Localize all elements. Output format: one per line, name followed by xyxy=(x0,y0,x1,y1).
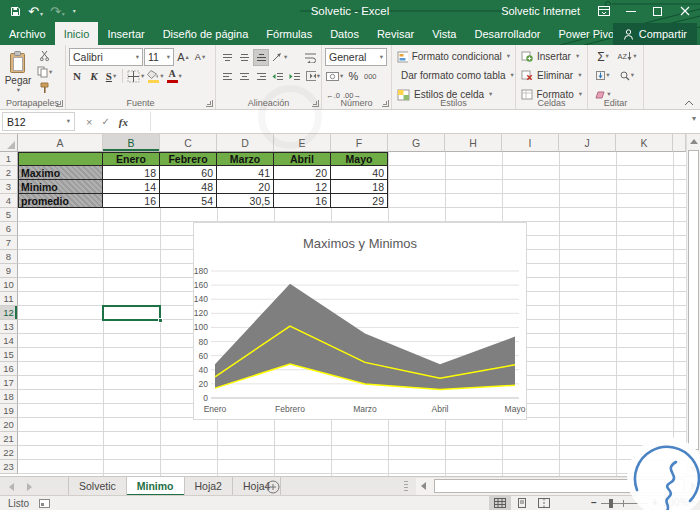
comma-style-button[interactable]: 000 xyxy=(362,68,378,85)
fill-color-button[interactable]: ▾ xyxy=(146,68,164,85)
row-header-11[interactable]: 11 xyxy=(0,292,18,306)
normal-view-button[interactable] xyxy=(489,496,511,510)
cell-value[interactable]: 20 xyxy=(274,166,331,180)
align-middle-button[interactable] xyxy=(236,49,252,66)
cell-month-header[interactable]: Mayo xyxy=(331,152,388,166)
cell-month-header[interactable]: Abril xyxy=(274,152,331,166)
align-top-button[interactable] xyxy=(219,49,235,66)
row-header-18[interactable]: 18 xyxy=(0,390,18,404)
cell-value[interactable]: 18 xyxy=(331,180,388,194)
delete-cells-button[interactable]: Eliminar▾ xyxy=(519,66,584,85)
vertical-scrollbar-thumb[interactable] xyxy=(688,150,699,450)
decrease-indent-button[interactable] xyxy=(270,68,286,85)
horizontal-scrollbar-thumb[interactable] xyxy=(434,479,684,493)
column-header-A[interactable]: A xyxy=(18,134,103,152)
italic-button[interactable]: K xyxy=(86,68,102,85)
cell-month-header[interactable]: Enero xyxy=(103,152,160,166)
underline-button[interactable]: S▾ xyxy=(103,68,119,85)
chart[interactable]: 020406080100120140160180EneroFebreroMarz… xyxy=(193,222,527,420)
cell-row-label[interactable]: Minimo xyxy=(18,180,103,194)
shrink-font-button[interactable]: A▾ xyxy=(192,49,208,66)
undo-icon[interactable]: ↶▾ xyxy=(28,5,43,18)
ribbon-tab-revisar[interactable]: Revisar xyxy=(368,22,423,45)
column-header-K[interactable]: K xyxy=(616,134,673,152)
sheet-tab-hoja2[interactable]: Hoja2 xyxy=(185,477,233,496)
maximize-button[interactable] xyxy=(644,0,671,22)
zoom-out-icon[interactable]: − xyxy=(589,496,599,510)
column-header-partial[interactable] xyxy=(673,134,686,152)
column-header-C[interactable]: C xyxy=(160,134,217,152)
row-header-12[interactable]: 12 xyxy=(0,306,18,320)
wrap-text-button[interactable] xyxy=(302,49,318,66)
alignment-dialog-launcher-icon[interactable] xyxy=(312,100,319,107)
row-header-19[interactable]: 19 xyxy=(0,404,18,418)
ribbon-tab-vista[interactable]: Vista xyxy=(423,22,465,45)
cell-value[interactable]: 40 xyxy=(331,166,388,180)
zoom-slider[interactable] xyxy=(601,503,647,504)
cell-value[interactable]: 29 xyxy=(331,194,388,208)
vertical-scrollbar[interactable] xyxy=(686,134,700,476)
align-center-button[interactable] xyxy=(236,68,252,85)
column-header-H[interactable]: H xyxy=(445,134,502,152)
redo-icon[interactable]: ↷▾ xyxy=(50,5,65,18)
cell-month-header[interactable]: Febrero xyxy=(160,152,217,166)
ribbon-tab-inicio[interactable]: Inicio xyxy=(55,22,99,45)
align-left-button[interactable] xyxy=(219,68,235,85)
format-as-table-button[interactable]: Dar formato como tabla▾ xyxy=(395,66,512,85)
row-header-17[interactable]: 17 xyxy=(0,376,18,390)
share-button[interactable]: Compartir xyxy=(613,23,697,45)
page-layout-view-button[interactable] xyxy=(511,496,533,510)
row-header-16[interactable]: 16 xyxy=(0,362,18,376)
row-header-8[interactable]: 8 xyxy=(0,250,18,264)
cell-value[interactable]: 60 xyxy=(160,166,217,180)
ribbon-tab-desarrollador[interactable]: Desarrollador xyxy=(465,22,549,45)
scroll-up-icon[interactable] xyxy=(687,134,700,148)
paste-button[interactable]: Pegar ▾ xyxy=(3,47,33,96)
conditional-formatting-button[interactable]: Formato condicional▾ xyxy=(395,47,512,66)
zoom-level[interactable]: 100% xyxy=(663,496,689,510)
fill-button[interactable]: ▾ xyxy=(595,67,611,84)
number-dialog-launcher-icon[interactable] xyxy=(382,100,389,107)
cell-month-header[interactable]: Marzo xyxy=(217,152,274,166)
ribbon-tab-diseño-de-página[interactable]: Diseño de página xyxy=(154,22,258,45)
format-painter-button[interactable] xyxy=(36,81,53,96)
cell-value[interactable]: 18 xyxy=(103,166,160,180)
cut-button[interactable] xyxy=(36,48,53,63)
accounting-format-button[interactable]: ▾ xyxy=(325,68,344,85)
scroll-left-icon[interactable] xyxy=(416,479,430,493)
cell-value[interactable]: 20 xyxy=(217,180,274,194)
horizontal-scrollbar[interactable] xyxy=(416,478,700,495)
close-button[interactable] xyxy=(671,0,698,22)
cell-value[interactable]: 16 xyxy=(274,194,331,208)
scroll-down-icon[interactable] xyxy=(687,462,700,476)
cell-value[interactable]: 41 xyxy=(217,166,274,180)
cell-value[interactable]: 14 xyxy=(103,180,160,194)
increase-indent-button[interactable] xyxy=(287,68,303,85)
macro-record-icon[interactable] xyxy=(39,499,50,508)
row-header-10[interactable]: 10 xyxy=(0,278,18,292)
cell-value[interactable]: 16 xyxy=(103,194,160,208)
row-header-21[interactable]: 21 xyxy=(0,432,18,446)
formula-input[interactable] xyxy=(150,112,674,131)
number-format-select[interactable]: General▾ xyxy=(325,48,387,66)
save-icon[interactable] xyxy=(10,6,21,17)
row-header-22[interactable]: 22 xyxy=(0,446,18,460)
new-sheet-button[interactable] xyxy=(262,479,284,495)
percent-style-button[interactable]: % xyxy=(345,68,361,85)
autosum-button[interactable]: Σ▾ xyxy=(595,48,611,65)
insert-cells-button[interactable]: Insertar▾ xyxy=(519,47,584,66)
ribbon-display-options-icon[interactable] xyxy=(590,0,617,22)
fill-handle[interactable] xyxy=(158,318,163,323)
column-header-B[interactable]: B xyxy=(103,134,160,152)
row-header-23[interactable]: 23 xyxy=(0,460,18,474)
column-header-F[interactable]: F xyxy=(331,134,388,152)
ribbon-tab-datos[interactable]: Datos xyxy=(321,22,368,45)
prev-sheet-icon[interactable] xyxy=(2,477,20,496)
row-header-2[interactable]: 2 xyxy=(0,166,18,180)
customize-qat-icon[interactable]: ▾ xyxy=(73,8,76,14)
column-header-I[interactable]: I xyxy=(502,134,559,152)
row-header-5[interactable]: 5 xyxy=(0,208,18,222)
ribbon-tab-archivo[interactable]: Archivo xyxy=(0,22,55,45)
row-header-7[interactable]: 7 xyxy=(0,236,18,250)
row-header-9[interactable]: 9 xyxy=(0,264,18,278)
